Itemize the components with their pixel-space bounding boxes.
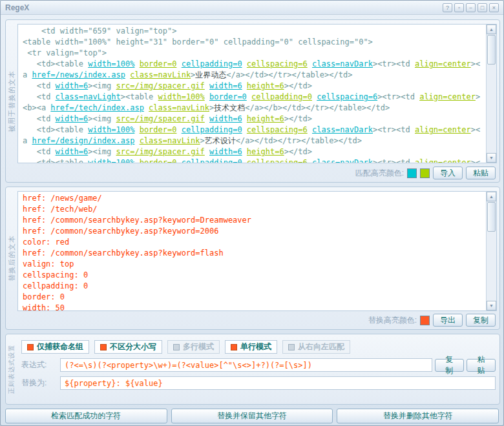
code-segment bbox=[134, 158, 139, 163]
search-matches-button[interactable]: 检索匹配成功的字符 bbox=[5, 409, 167, 423]
unchecked-box-icon bbox=[173, 344, 180, 350]
match-highlight: class=navDark bbox=[312, 59, 373, 68]
replace-highlight-label: 替换高亮颜色: bbox=[368, 315, 417, 326]
match-highlight: width=100% bbox=[158, 92, 205, 101]
regex-option[interactable]: 不区分大小写 bbox=[94, 340, 162, 354]
code-segment bbox=[308, 125, 312, 134]
match-highlight: height=6 bbox=[247, 114, 284, 123]
copy-result-button[interactable]: 复制 bbox=[466, 314, 496, 327]
match-highlight: width=6 bbox=[209, 81, 242, 90]
match-highlight: class=navLight bbox=[56, 92, 121, 101]
checked-box-icon[interactable] bbox=[27, 344, 34, 350]
code-segment: ><tr><td bbox=[373, 59, 415, 68]
code-line: <td><table width=100% border=0 cellpaddi… bbox=[23, 125, 483, 147]
source-text-area[interactable]: <td width="659" valign="top"><table widt… bbox=[17, 24, 497, 163]
export-button[interactable]: 导出 bbox=[433, 314, 463, 327]
regex-option-label: 从右向左匹配 bbox=[298, 341, 344, 352]
copy-expression-button[interactable]: 复制 bbox=[435, 359, 464, 372]
result-footer: 替换高亮颜色: 导出 复制 bbox=[368, 314, 496, 327]
match-highlight: cellspacing=6 bbox=[247, 59, 308, 68]
regex-option-label: 不区分大小写 bbox=[110, 341, 156, 352]
code-segment: ></td> bbox=[284, 81, 312, 90]
settings-panel: 正则表达式设置 仅捕获命名组不区分大小写多行模式单行模式从右向左匹配 表达式: … bbox=[5, 334, 500, 405]
scroll-down-icon[interactable]: ▼ bbox=[487, 301, 496, 310]
code-segment: 业界动态 bbox=[195, 70, 226, 79]
source-panel-label: 被用于替换的文本 bbox=[7, 70, 17, 132]
code-segment: ><tr><td bbox=[377, 92, 419, 101]
source-panel-side: 被用于替换的文本 bbox=[6, 20, 17, 182]
code-segment: ><img bbox=[88, 114, 116, 123]
code-segment: 艺术设计 bbox=[205, 136, 236, 145]
result-scrollbar[interactable]: ▲ ▼ bbox=[486, 192, 496, 310]
regex-option-label: 单行模式 bbox=[240, 341, 271, 352]
result-text[interactable]: href: /news/game/href: /tech/web/href: /… bbox=[18, 192, 486, 310]
code-segment bbox=[308, 59, 312, 68]
match-highlight: align=center bbox=[415, 125, 471, 134]
result-line: width: 50 bbox=[23, 303, 483, 310]
code-segment: </a></td></tr></table></td> bbox=[226, 70, 352, 79]
result-panel-label: 替换后的文本 bbox=[7, 235, 17, 281]
scroll-up-icon[interactable]: ▲ bbox=[487, 192, 496, 201]
match-highlight: height=6 bbox=[247, 81, 284, 90]
match-highlight: class=navLink bbox=[149, 103, 209, 112]
code-segment: ><img bbox=[88, 81, 116, 90]
scroll-thumb[interactable] bbox=[487, 202, 496, 232]
match-highlight: cellpadding=0 bbox=[182, 125, 242, 134]
scroll-down-icon[interactable]: ▼ bbox=[487, 153, 496, 163]
help-button[interactable]: ? bbox=[443, 3, 452, 12]
code-line: <td width="659" valign="top"> bbox=[23, 26, 483, 37]
pin-button[interactable]: ▫ bbox=[454, 3, 464, 12]
checked-box-icon[interactable] bbox=[100, 344, 107, 350]
scroll-up-icon[interactable]: ▲ bbox=[487, 25, 496, 34]
source-panel: 被用于替换的文本 <td width="659" valign="top"><t… bbox=[5, 19, 500, 183]
expression-input[interactable] bbox=[60, 358, 432, 372]
match-highlight: class=navLink bbox=[140, 136, 200, 145]
code-segment bbox=[205, 147, 209, 156]
replace-keep-others-button[interactable]: 替换并保留其他字符 bbox=[171, 409, 333, 423]
minimize-button[interactable]: − bbox=[466, 3, 476, 12]
code-segment bbox=[176, 59, 181, 68]
paste-expression-button[interactable]: 粘贴 bbox=[467, 359, 496, 372]
regex-option[interactable]: 单行模式 bbox=[225, 340, 277, 354]
close-button[interactable]: × bbox=[489, 3, 499, 12]
replace-color-swatch[interactable] bbox=[420, 316, 430, 325]
match-highlight: href=/design/index.asp bbox=[32, 136, 134, 145]
match-highlight: cellspacing=6 bbox=[247, 125, 308, 134]
options-row: 仅捕获命名组不区分大小写多行模式单行模式从右向左匹配 bbox=[21, 340, 350, 354]
maximize-button[interactable]: □ bbox=[478, 3, 487, 12]
regex-option: 多行模式 bbox=[167, 340, 220, 354]
paste-source-button[interactable]: 粘贴 bbox=[466, 167, 496, 179]
code-segment: </a></b></td></tr></table></td> bbox=[245, 103, 390, 112]
match-highlight: width=6 bbox=[56, 114, 89, 123]
import-button[interactable]: 导入 bbox=[433, 167, 463, 179]
regex-option[interactable]: 仅捕获命名组 bbox=[21, 340, 89, 354]
source-code[interactable]: <td width="659" valign="top"><table widt… bbox=[18, 25, 486, 163]
match-highlight: border=0 bbox=[209, 92, 247, 101]
source-scrollbar[interactable]: ▲ ▼ bbox=[486, 25, 496, 163]
code-segment: ><tr><td bbox=[373, 158, 415, 163]
replace-delete-others-button[interactable]: 替换并删除其他字符 bbox=[337, 409, 499, 423]
match-color-swatch-1[interactable] bbox=[407, 168, 417, 178]
code-line: <td width=6><img src=/img/spacer.gif wid… bbox=[23, 114, 483, 125]
match-highlight: class=navLink bbox=[130, 70, 191, 79]
result-line: href: /news/game/ bbox=[23, 193, 483, 204]
code-segment: <td bbox=[23, 81, 56, 90]
scroll-thumb[interactable] bbox=[487, 35, 496, 65]
unchecked-box-icon bbox=[288, 344, 295, 350]
code-segment bbox=[205, 92, 209, 101]
match-highlight: align=center bbox=[419, 92, 476, 101]
code-segment bbox=[242, 114, 247, 123]
result-text-area[interactable]: href: /news/game/href: /tech/web/href: /… bbox=[17, 191, 497, 311]
result-line: href: /tech/web/ bbox=[23, 204, 483, 215]
code-segment bbox=[308, 158, 312, 163]
match-color-swatch-2[interactable] bbox=[420, 168, 430, 178]
code-line: <td width=6><img src=/img/spacer.gif wid… bbox=[23, 147, 483, 157]
replace-input[interactable] bbox=[60, 376, 496, 390]
regex-option-label: 仅捕获命名组 bbox=[37, 341, 83, 352]
titlebar[interactable]: RegeX ?▫−□× bbox=[1, 1, 503, 15]
result-panel: 替换后的文本 href: /news/game/href: /tech/web/… bbox=[5, 187, 500, 330]
code-line: <td width=6><img src=/img/spacer.gif wid… bbox=[23, 81, 483, 92]
code-segment: <td bbox=[23, 114, 56, 123]
checked-box-icon[interactable] bbox=[231, 344, 237, 350]
code-segment: <table width="100%" height="31" border="… bbox=[23, 37, 373, 46]
